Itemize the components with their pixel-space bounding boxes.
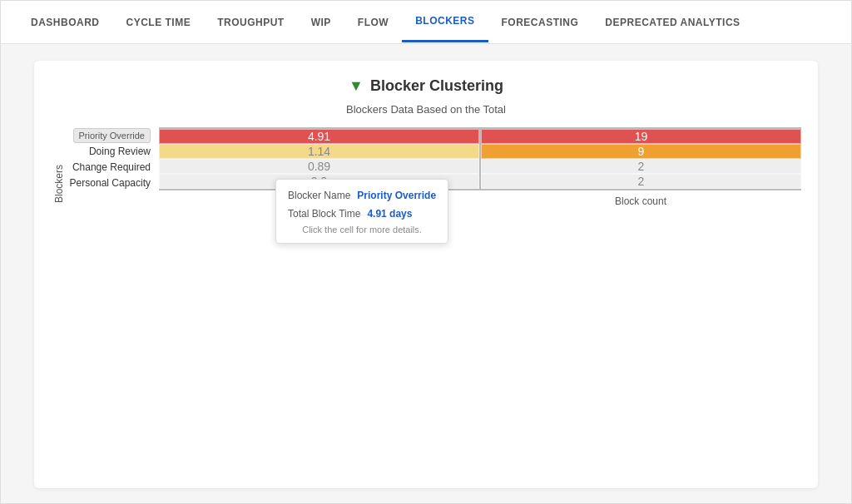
nav-item-dashboard[interactable]: DASHBOARD	[17, 3, 113, 42]
funnel-icon: ▼	[349, 77, 364, 95]
cell-time-0[interactable]: 4.91	[159, 129, 479, 144]
cell-count-1[interactable]: 9	[481, 144, 801, 159]
grid-columns: 4.91 1.14 0.89 0.9 19 9 2 2	[159, 129, 801, 189]
nav-item-wip[interactable]: WIP	[298, 3, 344, 42]
row-label-0: Priority Override	[67, 127, 159, 143]
cell-time-3[interactable]: 0.9	[159, 174, 479, 189]
row-label-2: Change Required	[67, 159, 159, 175]
nav-item-deprecated-analytics[interactable]: DEPRECATED ANALYTICS	[592, 3, 753, 42]
cell-time-2[interactable]: 0.89	[159, 159, 479, 174]
col-header-count: Block count	[480, 190, 801, 215]
row-label-badge-0: Priority Override	[73, 128, 151, 143]
y-axis-label: Blockers	[51, 127, 67, 215]
row-label-text-1: Doing Review	[89, 146, 151, 157]
col-time: 4.91 1.14 0.89 0.9	[159, 129, 479, 189]
row-label-3: Personal Capacity	[67, 175, 159, 190]
row-label-text-3: Personal Capacity	[70, 177, 151, 189]
nav-bar: DASHBOARDCYCLE TIMETROUGHPUTWIPFLOWBLOCK…	[1, 1, 851, 44]
row-labels: Priority Override Doing Review Change Re…	[67, 127, 159, 215]
chart-title-text: Blocker Clustering	[370, 77, 503, 95]
chart-subtitle: Blockers Data Based on the Total	[51, 103, 801, 116]
row-label-1: Doing Review	[67, 143, 159, 159]
heatmap-wrap: Blockers Priority Override Doing Review …	[51, 127, 801, 215]
cell-count-0[interactable]: 19	[481, 129, 801, 144]
col-header-time: Block time	[159, 190, 480, 215]
cell-time-1[interactable]: 1.14	[159, 144, 479, 159]
col-headers: Block time Block count	[159, 190, 801, 215]
row-label-text-2: Change Required	[72, 161, 151, 173]
nav-item-cycle-time[interactable]: CYCLE TIME	[113, 3, 205, 42]
nav-item-troughput[interactable]: TROUGHPUT	[204, 3, 298, 42]
cell-count-2[interactable]: 2	[481, 159, 801, 174]
nav-item-blockers[interactable]: BLOCKERS	[402, 2, 488, 42]
grid-area: 4.91 1.14 0.89 0.9 19 9 2 2	[159, 127, 801, 215]
tooltip-hint: Click the cell for more details.	[288, 225, 436, 235]
cell-count-3[interactable]: 2	[481, 174, 801, 189]
main-content: ▼ Blocker Clustering Blockers Data Based…	[1, 44, 851, 504]
chart-container: ▼ Blocker Clustering Blockers Data Based…	[34, 61, 818, 488]
chart-title: ▼ Blocker Clustering	[51, 77, 801, 95]
col-count: 19 9 2 2	[481, 129, 801, 189]
nav-item-forecasting[interactable]: FORECASTING	[488, 3, 592, 42]
nav-item-flow[interactable]: FLOW	[344, 3, 402, 42]
